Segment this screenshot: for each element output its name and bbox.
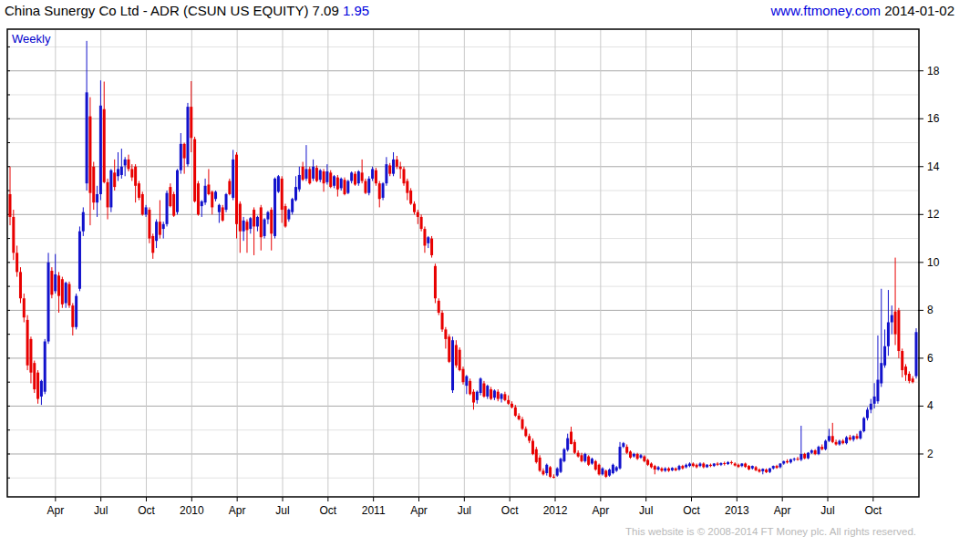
candle-body [459,350,461,370]
candle-body [33,363,36,389]
candle-body [772,466,775,469]
x-axis-label: Apr [46,504,64,517]
candle-body [531,441,534,454]
candle-body [145,207,148,214]
candle-body [615,467,618,470]
candle-body [54,274,57,291]
candle-body [518,416,521,419]
x-axis-label: 2011 [362,504,386,517]
candle-body [371,169,374,179]
candle-body [845,438,848,444]
candle-body [539,458,542,470]
candle-body [755,467,758,470]
candle-body [323,171,325,183]
candle-body [211,191,213,207]
candle-body [406,181,408,193]
y-axis-label: 10 [927,256,940,269]
candle-body [44,342,46,392]
candle-body [117,169,119,176]
last-price: 7.09 [313,3,339,18]
candle-body [915,332,918,376]
candle-body [486,386,489,397]
candle-body [61,279,64,304]
candle-body [660,469,663,471]
candle-body [601,469,603,475]
candle-body [730,462,733,463]
candle-body [159,222,161,234]
candle-body [671,468,674,470]
candle-body [779,463,781,467]
candle-body [448,336,450,362]
x-axis-label: Oct [683,504,700,517]
candle-body [503,394,506,400]
candle-body [434,266,437,298]
candle-body [346,181,349,193]
candle-body [500,394,503,398]
candle-body [396,160,398,167]
x-axis-label: Oct [865,504,882,517]
candle-body [312,167,315,179]
candle-body [67,284,70,305]
candle-body [894,312,897,335]
candle-body [789,459,792,462]
y-axis-label: 14 [927,160,940,173]
candle-body [542,470,544,474]
candle-body [650,463,653,467]
candle-body [113,172,116,187]
candle-body [86,92,88,183]
candle-body [849,438,851,440]
candle-body [521,419,523,429]
title-bar: China Sunergy Co Ltd - ADR (CSUN US EQUI… [5,3,954,18]
candle-body [560,459,562,471]
candle-body [96,194,98,202]
candle-body [622,443,624,447]
candle-body [344,180,346,194]
candle-body [545,465,548,473]
candle-body [333,176,335,186]
candle-body [870,404,872,410]
candle-body [222,207,224,220]
instrument-name: China Sunergy Co Ltd - ADR (CSUN US EQUI… [5,3,308,18]
candle-body [207,184,210,194]
candle-body [514,408,517,416]
candle-body [218,205,221,212]
x-axis-label: Apr [229,504,246,517]
candle-body [225,194,228,210]
candle-body [625,447,628,453]
candle-body [482,383,485,396]
candle-body [130,169,133,177]
candle-body [266,212,269,220]
candle-body [859,431,861,439]
candle-body [176,170,179,212]
ftmoney-link[interactable]: www.ftmoney.com [771,3,882,18]
candle-body [413,203,416,212]
x-axis-label: Oct [501,504,519,517]
candle-body [469,381,471,394]
candle-body [901,351,903,370]
candle-body [270,210,273,233]
candle-body [493,390,496,397]
candle-body [765,470,768,472]
candle-body [828,436,830,440]
candle-body [838,441,841,445]
candle-body [249,218,252,229]
candle-body [427,237,429,243]
candle-body [824,441,827,449]
candle-body [375,170,377,183]
candle-body [524,428,527,436]
candle-body [378,183,381,199]
candle-body [180,144,182,170]
candle-body [786,461,789,462]
candle-body [232,160,234,198]
candle-body [876,380,879,402]
candle-body [284,206,287,226]
y-axis-label: 12 [927,208,940,221]
candle-body [367,179,370,193]
candle-body [678,466,681,470]
candle-body [260,207,263,237]
candle-body [253,210,255,226]
candle-body [856,436,859,439]
x-axis-label: Jul [94,504,108,517]
candle-body [99,106,102,194]
candle-body [315,168,318,181]
